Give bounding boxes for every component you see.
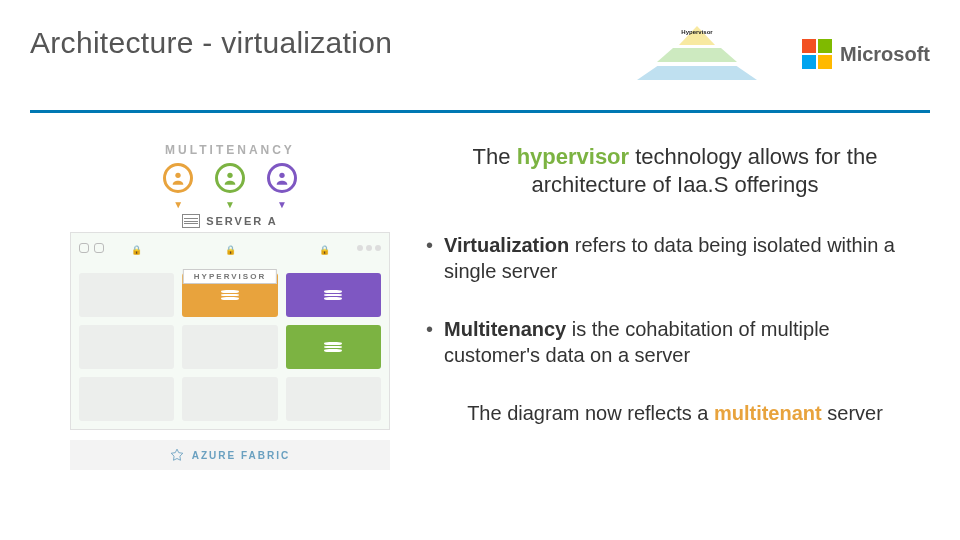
server-label-bar: SERVER A bbox=[70, 214, 390, 228]
arrow-row: ▼▼▼ bbox=[70, 199, 390, 210]
closing-paragraph: The diagram now reflects a multitenant s… bbox=[430, 400, 920, 426]
svg-point-1 bbox=[227, 173, 232, 178]
header-divider bbox=[30, 110, 930, 113]
microsoft-wordmark: Microsoft bbox=[840, 43, 930, 66]
user-icon bbox=[215, 163, 245, 193]
database-icon bbox=[324, 342, 342, 352]
server-rack: 🔒 🔒 🔒 HYPERVISOR bbox=[70, 232, 390, 430]
user-row bbox=[70, 163, 390, 193]
arrow-down-icon: ▼ bbox=[173, 199, 183, 210]
header-right: Hypervisor Microsoft bbox=[632, 26, 930, 82]
vm-cell-empty bbox=[182, 377, 277, 421]
lead-paragraph: The hypervisor technology allows for the… bbox=[430, 143, 920, 198]
vm-cell-empty bbox=[79, 325, 174, 369]
arrow-down-icon: ▼ bbox=[277, 199, 287, 210]
closing-highlight: multitenant bbox=[714, 402, 822, 424]
lock-icon: 🔒 bbox=[225, 245, 236, 255]
vm-cell bbox=[286, 325, 381, 369]
vm-cell-empty bbox=[79, 377, 174, 421]
lock-icon: 🔒 bbox=[319, 245, 330, 255]
slide-body: MULTITENANCY ▼▼▼ SERVER A bbox=[30, 143, 930, 470]
lock-row: 🔒 🔒 🔒 bbox=[71, 245, 389, 255]
pyramid-icon: Hypervisor bbox=[632, 26, 762, 82]
vm-grid bbox=[79, 273, 381, 421]
vm-cell-empty bbox=[286, 377, 381, 421]
figure-column: MULTITENANCY ▼▼▼ SERVER A bbox=[30, 143, 430, 470]
vm-cell-empty bbox=[79, 273, 174, 317]
azure-fabric-label: AZURE FABRIC bbox=[192, 450, 290, 461]
slide-header: Architecture - virtualization Hypervisor… bbox=[30, 26, 930, 82]
lead-highlight: hypervisor bbox=[517, 144, 630, 169]
svg-point-2 bbox=[279, 173, 284, 178]
bullet-strong: Multitenancy bbox=[444, 318, 566, 340]
bullet-strong: Virtualization bbox=[444, 234, 569, 256]
bullet-virtualization: Virtualization refers to data being isol… bbox=[430, 232, 920, 284]
user-icon bbox=[163, 163, 193, 193]
hypervisor-tag: HYPERVISOR bbox=[183, 269, 277, 284]
microsoft-squares-icon bbox=[802, 39, 832, 69]
server-icon bbox=[182, 214, 200, 228]
vm-cell bbox=[286, 273, 381, 317]
text-column: The hypervisor technology allows for the… bbox=[430, 143, 930, 470]
slide-root: Architecture - virtualization Hypervisor… bbox=[0, 0, 960, 540]
lead-pre: The bbox=[473, 144, 517, 169]
microsoft-logo: Microsoft bbox=[802, 39, 930, 69]
database-icon bbox=[324, 290, 342, 300]
svg-point-0 bbox=[175, 173, 180, 178]
lock-icon: 🔒 bbox=[131, 245, 142, 255]
vm-cell-empty bbox=[182, 325, 277, 369]
server-label: SERVER A bbox=[206, 215, 278, 227]
bullet-multitenancy: Multitenancy is the cohabitation of mult… bbox=[430, 316, 920, 368]
pyramid-top-label: Hypervisor bbox=[680, 29, 714, 35]
closing-post: server bbox=[822, 402, 883, 424]
svg-marker-3 bbox=[171, 449, 183, 460]
user-icon bbox=[267, 163, 297, 193]
database-icon bbox=[221, 290, 239, 300]
architecture-figure: MULTITENANCY ▼▼▼ SERVER A bbox=[70, 143, 390, 470]
slide-title: Architecture - virtualization bbox=[30, 26, 392, 60]
closing-pre: The diagram now reflects a bbox=[467, 402, 714, 424]
multitenancy-label: MULTITENANCY bbox=[70, 143, 390, 157]
azure-fabric-bar: AZURE FABRIC bbox=[70, 440, 390, 470]
azure-fabric-icon bbox=[170, 448, 184, 462]
arrow-down-icon: ▼ bbox=[225, 199, 235, 210]
